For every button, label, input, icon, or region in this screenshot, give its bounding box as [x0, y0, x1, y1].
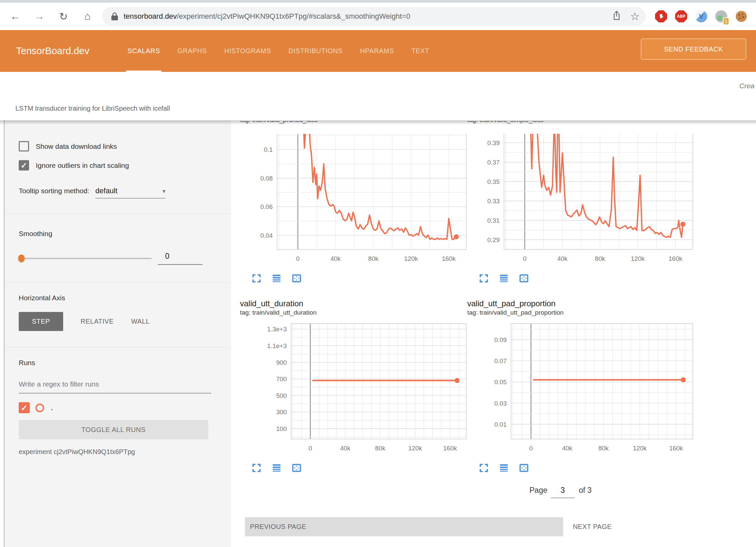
view-data-icon[interactable] [499, 273, 509, 285]
ignore-outliers-checkbox[interactable] [19, 160, 29, 171]
page-number-input[interactable]: 3 [551, 484, 575, 498]
tab-scalars[interactable]: SCALARS [127, 30, 160, 72]
svg-text:1.3e+3: 1.3e+3 [267, 326, 287, 333]
svg-text:0.31: 0.31 [487, 217, 500, 224]
extension-badge: 1 [723, 17, 729, 25]
tab-graphs[interactable]: GRAPHS [177, 30, 207, 72]
svg-text:0.03: 0.03 [494, 400, 507, 407]
svg-text:0.37: 0.37 [487, 159, 500, 166]
view-data-icon[interactable] [271, 463, 282, 474]
chart-tag: tag: train/valid_utt_duration [240, 309, 467, 318]
tab-distributions[interactable]: DISTRIBUTIONS [288, 30, 343, 72]
svg-text:300: 300 [276, 409, 287, 416]
address-bar[interactable]: tensorboard.dev/experiment/cj2vtPiwQHKN9… [102, 7, 646, 26]
view-data-icon[interactable] [499, 463, 509, 474]
app-logo[interactable]: TensorBoard.dev [16, 30, 89, 72]
smoothing-label: Smoothing [19, 230, 211, 238]
svg-text:0.07: 0.07 [494, 357, 507, 364]
chart-tag: tag: train/valid_simple_loss [467, 121, 695, 125]
svg-text:80k: 80k [375, 445, 385, 452]
share-icon[interactable] [612, 10, 621, 22]
chart-toolbar [479, 463, 695, 474]
runs-label: Runs [19, 359, 211, 367]
app-header: TensorBoard.dev SCALARSGRAPHSHISTOGRAMSD… [0, 30, 756, 72]
expand-chart-icon[interactable] [251, 463, 262, 474]
runs-filter-input[interactable]: Write a regex to filter runs [19, 380, 211, 394]
smoothing-value-input[interactable]: 0 [158, 252, 203, 265]
chart-tag: tag: train/valid_pruned_loss [240, 121, 467, 125]
scalar-chart-valid_utt_duration[interactable]: 1003005007009001.1e+31.3e+3040k80k120k16… [240, 323, 467, 454]
bookmark-star-icon[interactable]: ☆ [630, 10, 640, 23]
fit-domain-icon[interactable] [519, 463, 529, 474]
run-line [529, 134, 683, 237]
fit-domain-icon[interactable] [291, 463, 302, 474]
run-name: . [51, 404, 53, 412]
fit-domain-icon[interactable] [519, 273, 529, 285]
lock-icon [111, 12, 118, 21]
axis-option-step[interactable]: STEP [19, 312, 63, 331]
expand-chart-icon[interactable] [479, 273, 489, 285]
v-extension-icon[interactable]: V [695, 10, 708, 23]
smoothing-slider[interactable] [19, 258, 152, 259]
tab-text[interactable]: TEXT [411, 30, 429, 72]
send-feedback-button[interactable]: SEND FEEDBACK [641, 38, 746, 60]
smoothing-slider-thumb[interactable] [18, 254, 25, 262]
show-download-links-row[interactable]: Show data download links [19, 141, 211, 151]
expand-chart-icon[interactable] [479, 463, 489, 474]
svg-text:0.06: 0.06 [260, 203, 273, 210]
next-page-button[interactable]: NEXT PAGE [573, 517, 612, 536]
ignore-outliers-row[interactable]: Ignore outliers in chart scaling [19, 160, 211, 171]
svg-text:40k: 40k [331, 255, 341, 262]
scalar-chart-valid_simple_loss[interactable]: 0.290.310.330.350.370.39040k80k120k160k [467, 134, 695, 265]
run-color-swatch[interactable] [35, 404, 44, 412]
chart-card-valid_simple_loss: tag: train/valid_simple_loss0.290.310.33… [467, 121, 695, 285]
tab-hparams[interactable]: HPARAMS [360, 30, 394, 72]
axis-option-wall[interactable]: WALL [131, 312, 150, 331]
final-point-marker [454, 234, 459, 239]
svg-text:0.39: 0.39 [487, 139, 500, 146]
svg-text:0.29: 0.29 [487, 236, 500, 243]
svg-text:0.35: 0.35 [487, 178, 500, 185]
abp-extension-icon[interactable]: ABP [674, 10, 688, 23]
tab-histograms[interactable]: HISTOGRAMS [224, 30, 271, 72]
svg-text:0: 0 [296, 255, 300, 262]
view-data-icon[interactable] [271, 273, 282, 285]
svg-text:0.09: 0.09 [494, 336, 507, 343]
svg-text:0.04: 0.04 [260, 232, 273, 239]
sidebar-scrollbar[interactable] [0, 120, 5, 547]
pagination: Page 3 of 3 [529, 484, 592, 498]
created-label: Crea [739, 82, 755, 90]
home-icon[interactable]: ⌂ [82, 10, 94, 22]
svg-text:160k: 160k [443, 445, 457, 452]
url-text[interactable]: tensorboard.dev/experiment/cj2vtPiwQHKN9… [124, 12, 612, 21]
scalar-chart-valid_pruned_loss[interactable]: 0.040.060.080.1040k80k120k160k [240, 134, 467, 265]
run-checkbox[interactable] [19, 402, 30, 413]
scalar-chart-valid_utt_pad_proportion[interactable]: 0.010.030.050.070.09040k80k120k160k [467, 323, 695, 454]
fit-domain-icon[interactable] [291, 273, 302, 285]
reload-icon[interactable]: ↻ [57, 10, 70, 23]
toggle-all-runs-button[interactable]: TOGGLE ALL RUNS [19, 420, 208, 439]
svg-text:0: 0 [523, 255, 527, 262]
expand-chart-icon[interactable] [251, 273, 262, 285]
final-point-marker [455, 378, 460, 383]
chart-toolbar [479, 273, 695, 285]
extension-with-badge-icon[interactable]: 1 [715, 10, 728, 23]
svg-text:500: 500 [276, 392, 287, 399]
forward-icon[interactable]: → [33, 10, 45, 22]
svg-text:160k: 160k [668, 255, 682, 262]
browser-toolbar: ← → ↻ ⌂ tensorboard.dev/experiment/cj2vt… [0, 0, 756, 30]
show-download-links-checkbox[interactable] [19, 141, 29, 151]
svg-text:700: 700 [276, 375, 287, 382]
page-total-label: of 3 [579, 486, 592, 495]
svg-text:40k: 40k [562, 445, 573, 452]
cookie-extension-icon[interactable] [735, 10, 748, 23]
back-icon[interactable]: ← [9, 10, 21, 22]
tooltip-sorting-dropdown[interactable]: default ▾ [95, 187, 165, 199]
adblock-extension-icon[interactable] [654, 10, 668, 23]
charts-grid: tag: train/valid_pruned_loss0.040.060.08… [240, 121, 695, 474]
final-point-marker [681, 377, 686, 382]
axis-option-relative[interactable]: RELATIVE [81, 312, 114, 331]
page-label: Page [529, 486, 547, 495]
previous-page-button[interactable]: PREVIOUS PAGE [245, 517, 563, 536]
svg-text:120k: 120k [631, 255, 645, 262]
